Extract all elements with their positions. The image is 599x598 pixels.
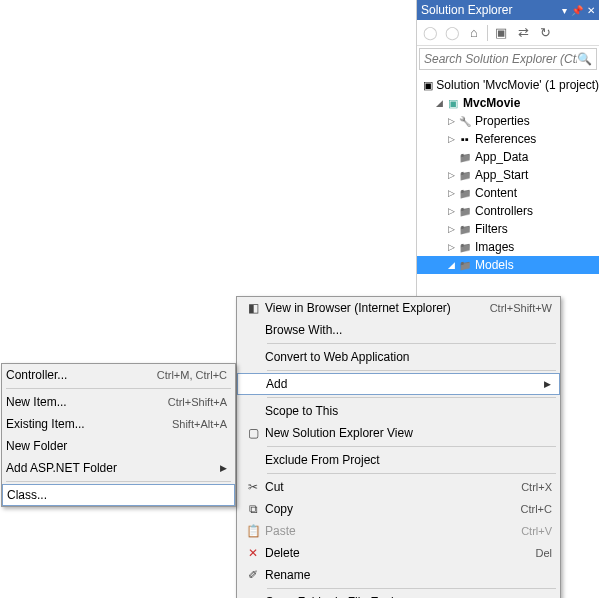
window-icon: ▢ <box>241 425 265 441</box>
submenu-new-item[interactable]: New Item... Ctrl+Shift+A <box>2 391 235 413</box>
tree-project[interactable]: ◢ ▣ MvcMovie <box>417 94 599 112</box>
expander-icon[interactable]: ◢ <box>445 260 457 270</box>
tree-node-appdata[interactable]: App_Data <box>417 148 599 166</box>
sync-icon[interactable]: ⇄ <box>514 24 532 42</box>
pin-icon[interactable]: 📌 <box>571 5 583 16</box>
submenu-controller[interactable]: Controller... Ctrl+M, Ctrl+C <box>2 364 235 386</box>
menu-exclude[interactable]: Exclude From Project <box>237 449 560 471</box>
panel-title: Solution Explorer <box>421 3 512 17</box>
submenu-new-folder[interactable]: New Folder <box>2 435 235 457</box>
tree-node-models[interactable]: ◢ Models <box>417 256 599 274</box>
menu-add[interactable]: Add ▶ <box>237 373 560 395</box>
menu-separator <box>267 473 556 474</box>
expander-icon[interactable]: ▷ <box>445 206 457 216</box>
tree-solution[interactable]: ▣ Solution 'MvcMovie' (1 project) <box>417 76 599 94</box>
open-folder-icon: ⧉ <box>241 594 265 598</box>
solution-icon: ▣ <box>421 78 434 92</box>
cut-icon: ✂ <box>241 479 265 495</box>
tree-node-properties[interactable]: ▷ Properties <box>417 112 599 130</box>
expander-icon[interactable]: ▷ <box>445 224 457 234</box>
expander-icon[interactable]: ▷ <box>445 134 457 144</box>
menu-separator <box>267 370 556 371</box>
menu-paste: 📋 Paste Ctrl+V <box>237 520 560 542</box>
menu-open-folder[interactable]: ⧉ Open Folder in File Explorer <box>237 591 560 598</box>
folder-icon <box>457 150 473 164</box>
submenu-arrow-icon: ▶ <box>220 463 227 473</box>
submenu-class[interactable]: Class... <box>2 484 235 506</box>
folder-icon <box>457 204 473 218</box>
context-menu-main: ◧ View in Browser (Internet Explorer) Ct… <box>236 296 561 598</box>
tree-node-images[interactable]: ▷ Images <box>417 238 599 256</box>
submenu-arrow-icon: ▶ <box>544 379 551 389</box>
toggle-icon[interactable]: ▣ <box>492 24 510 42</box>
delete-icon: ✕ <box>241 545 265 561</box>
expander-icon[interactable]: ◢ <box>433 98 445 108</box>
context-menu-add: Controller... Ctrl+M, Ctrl+C New Item...… <box>1 363 236 507</box>
solution-tree: ▣ Solution 'MvcMovie' (1 project) ◢ ▣ Mv… <box>417 72 599 278</box>
menu-delete[interactable]: ✕ Delete Del <box>237 542 560 564</box>
folder-icon <box>457 222 473 236</box>
search-box[interactable]: 🔍 <box>419 48 597 70</box>
menu-separator <box>267 397 556 398</box>
wrench-icon <box>457 114 473 128</box>
copy-icon: ⧉ <box>241 501 265 517</box>
menu-new-explorer-view[interactable]: ▢ New Solution Explorer View <box>237 422 560 444</box>
menu-separator <box>6 388 231 389</box>
folder-icon <box>457 258 473 272</box>
panel-toolbar: ◯ ◯ ⌂ ▣ ⇄ ↻ <box>417 20 599 46</box>
tree-node-controllers[interactable]: ▷ Controllers <box>417 202 599 220</box>
menu-separator <box>267 343 556 344</box>
tree-node-filters[interactable]: ▷ Filters <box>417 220 599 238</box>
search-icon[interactable]: 🔍 <box>577 52 592 66</box>
folder-icon <box>457 240 473 254</box>
dropdown-icon[interactable]: ▾ <box>562 5 567 16</box>
close-icon[interactable]: ✕ <box>587 5 595 16</box>
home-icon[interactable]: ⌂ <box>465 24 483 42</box>
expander-icon[interactable]: ▷ <box>445 116 457 126</box>
menu-rename[interactable]: ✐ Rename <box>237 564 560 586</box>
tree-node-content[interactable]: ▷ Content <box>417 184 599 202</box>
menu-browse-with[interactable]: Browse With... <box>237 319 560 341</box>
menu-copy[interactable]: ⧉ Copy Ctrl+C <box>237 498 560 520</box>
forward-icon[interactable]: ◯ <box>443 24 461 42</box>
tree-node-references[interactable]: ▷ ▪▪ References <box>417 130 599 148</box>
folder-icon <box>457 186 473 200</box>
panel-header[interactable]: Solution Explorer ▾ 📌 ✕ <box>417 0 599 20</box>
menu-separator <box>267 588 556 589</box>
expander-icon[interactable]: ▷ <box>445 242 457 252</box>
expander-icon[interactable]: ▷ <box>445 188 457 198</box>
rename-icon: ✐ <box>241 567 265 583</box>
menu-convert-webapp[interactable]: Convert to Web Application <box>237 346 560 368</box>
search-input[interactable] <box>424 52 577 66</box>
back-icon[interactable]: ◯ <box>421 24 439 42</box>
browser-icon: ◧ <box>241 300 265 316</box>
menu-view-in-browser[interactable]: ◧ View in Browser (Internet Explorer) Ct… <box>237 297 560 319</box>
refresh-icon[interactable]: ↻ <box>536 24 554 42</box>
expander-icon[interactable]: ▷ <box>445 170 457 180</box>
paste-icon: 📋 <box>241 523 265 539</box>
menu-separator <box>267 446 556 447</box>
menu-scope[interactable]: Scope to This <box>237 400 560 422</box>
references-icon: ▪▪ <box>457 132 473 146</box>
tree-node-appstart[interactable]: ▷ App_Start <box>417 166 599 184</box>
folder-icon <box>457 168 473 182</box>
menu-cut[interactable]: ✂ Cut Ctrl+X <box>237 476 560 498</box>
project-icon: ▣ <box>445 96 461 110</box>
menu-separator <box>6 481 231 482</box>
submenu-aspnet-folder[interactable]: Add ASP.NET Folder ▶ <box>2 457 235 479</box>
submenu-existing-item[interactable]: Existing Item... Shift+Alt+A <box>2 413 235 435</box>
